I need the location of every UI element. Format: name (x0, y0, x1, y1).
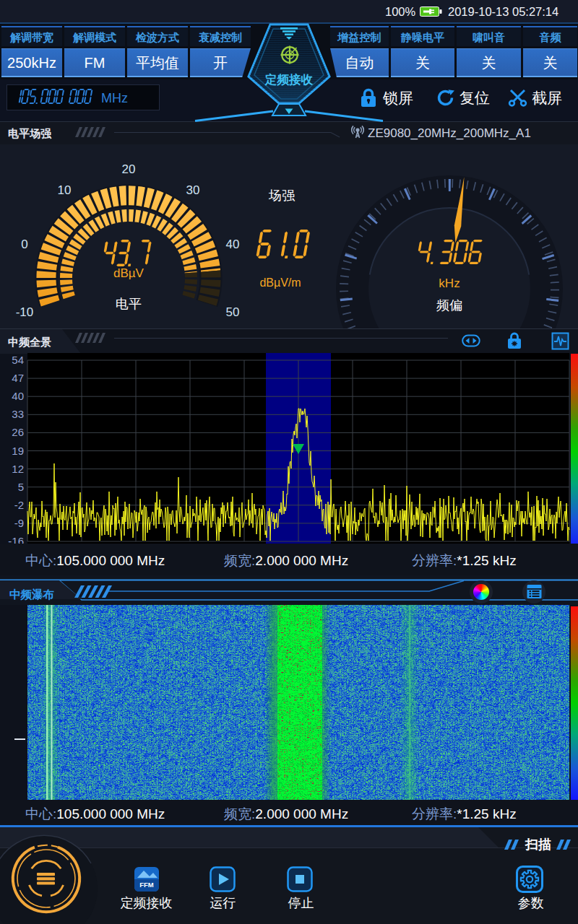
svg-text:20: 20 (122, 162, 136, 176)
svg-text:-16: -16 (8, 535, 24, 544)
svg-text:47: 47 (12, 372, 24, 384)
svg-text:-10: -10 (16, 305, 34, 319)
svg-text:30: 30 (186, 183, 200, 197)
svg-text:26: 26 (12, 426, 24, 438)
svg-text:54: 54 (12, 354, 24, 366)
svg-text:40: 40 (12, 390, 24, 402)
svg-text:电平: 电平 (116, 297, 142, 311)
svg-text:12: 12 (12, 463, 24, 475)
svg-text:dBµV/m: dBµV/m (259, 276, 301, 289)
svg-text:33: 33 (12, 408, 24, 420)
svg-text:5: 5 (18, 481, 24, 493)
svg-text:10: 10 (58, 183, 72, 197)
svg-text:-2: -2 (14, 499, 24, 511)
svg-text:频偏: 频偏 (436, 298, 462, 313)
svg-text:dBµV: dBµV (113, 266, 144, 280)
svg-text:50: 50 (226, 305, 240, 319)
svg-text:定频接收: 定频接收 (264, 73, 314, 86)
svg-text:19: 19 (12, 445, 24, 457)
svg-text:FFM: FFM (139, 881, 154, 889)
svg-text:kHz: kHz (439, 276, 460, 290)
svg-text:40: 40 (226, 237, 240, 251)
svg-text:0: 0 (21, 237, 27, 251)
svg-text:场强: 场强 (268, 188, 296, 203)
svg-text:-9: -9 (14, 517, 24, 529)
